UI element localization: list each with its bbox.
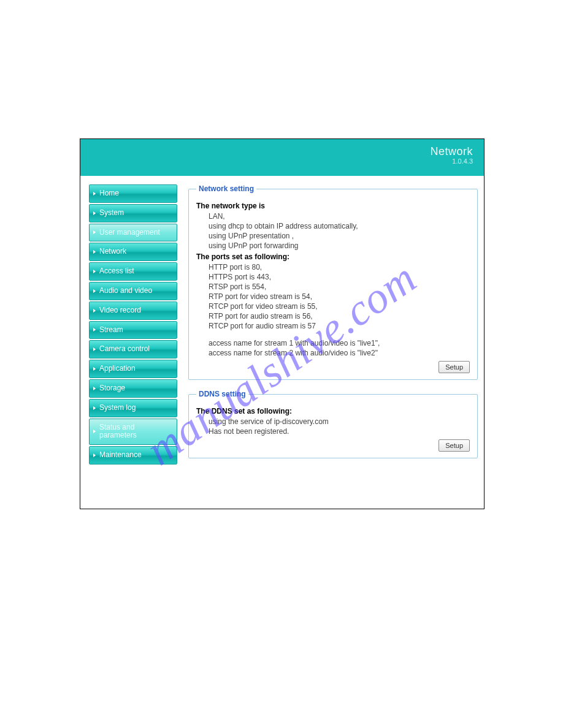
chevron-right-icon (93, 430, 96, 433)
chevron-right-icon (93, 211, 96, 215)
port-line: HTTP port is 80, (209, 263, 470, 271)
port-line: RTP port for video stream is 54, (209, 292, 470, 301)
port-line: RTCP port for audio stream is 57 (209, 322, 470, 330)
page-title: Network (80, 145, 473, 158)
header-banner: Network 1.0.4.3 (80, 139, 484, 176)
chevron-right-icon (93, 230, 96, 234)
network-type-line: LAN, (209, 212, 470, 221)
sidebar-item-audio-and-video[interactable]: Audio and video (89, 282, 177, 300)
chevron-right-icon (93, 192, 96, 195)
ports-heading: The ports set as following: (196, 252, 470, 261)
ddns-setup-button[interactable]: Setup (439, 439, 470, 452)
sidebar-item-label: Access list (99, 267, 172, 276)
sidebar-item-application[interactable]: Application (89, 360, 177, 378)
chevron-right-icon (93, 453, 96, 457)
sidebar-item-access-list[interactable]: Access list (89, 262, 177, 281)
ddns-line: using the service of ip-discovery.com (209, 417, 470, 426)
sidebar-item-label: System log (99, 404, 172, 412)
main-content: Network setting The network type is LAN,… (177, 184, 478, 468)
sidebar-item-label: System (99, 209, 172, 218)
sidebar-item-home[interactable]: Home (89, 184, 177, 203)
sidebar-item-maintenance[interactable]: Maintenance (89, 446, 177, 464)
sidebar-item-network[interactable]: Network (89, 243, 177, 261)
sidebar-item-label: Status and parameters (99, 423, 172, 441)
sidebar-item-user-management[interactable]: User management (89, 224, 177, 242)
chevron-right-icon (93, 250, 96, 254)
sidebar-item-label: Stream (99, 326, 172, 335)
chevron-right-icon (93, 309, 96, 313)
network-setting-legend: Network setting (196, 184, 256, 193)
sidebar-item-label: Home (99, 189, 172, 198)
version-label: 1.0.4.3 (80, 157, 473, 165)
chevron-right-icon (93, 347, 96, 351)
ddns-setting-legend: DDNS setting (196, 390, 248, 398)
chevron-right-icon (93, 367, 96, 371)
sidebar-item-label: Video record (99, 306, 172, 315)
port-line: RTSP port is 554, (209, 282, 470, 291)
port-line: RTCP port for video stream is 55, (209, 302, 470, 311)
chevron-right-icon (93, 387, 96, 390)
ddns-line: Has not been registered. (209, 427, 470, 436)
ddns-setting-panel: DDNS setting The DDNS set as following: … (188, 390, 478, 458)
port-line: HTTPS port is 443, (209, 273, 470, 281)
network-type-line: using UPnP port forwarding (209, 241, 470, 250)
chevron-right-icon (93, 289, 96, 293)
sidebar-item-label: Storage (99, 384, 172, 393)
sidebar-item-label: Maintenance (99, 451, 172, 460)
chevron-right-icon (93, 328, 96, 332)
network-setup-button[interactable]: Setup (439, 361, 470, 373)
port-line: RTP port for audio stream is 56, (209, 312, 470, 320)
chevron-right-icon (93, 270, 96, 273)
sidebar-item-label: Audio and video (99, 287, 172, 295)
network-type-heading: The network type is (196, 202, 470, 210)
sidebar-item-video-record[interactable]: Video record (89, 301, 177, 320)
sidebar-item-system-log[interactable]: System log (89, 399, 177, 417)
sidebar-nav: HomeSystemUser managementNetworkAccess l… (89, 184, 177, 468)
sidebar-item-status-and-parameters[interactable]: Status and parameters (89, 419, 177, 446)
sidebar-item-system[interactable]: System (89, 204, 177, 222)
network-type-line: using dhcp to obtain IP address automati… (209, 222, 470, 230)
access-name-line: access name for stream 1 with audio/vide… (209, 339, 470, 347)
sidebar-item-label: Network (99, 248, 172, 256)
chevron-right-icon (93, 406, 96, 410)
network-setting-panel: Network setting The network type is LAN,… (188, 184, 478, 380)
ddns-heading: The DDNS set as following: (196, 407, 470, 415)
access-name-line: access name for stream 2 with audio/vide… (209, 349, 470, 357)
app-window: Network 1.0.4.3 HomeSystemUser managemen… (80, 138, 484, 509)
sidebar-item-storage[interactable]: Storage (89, 379, 177, 398)
network-type-line: using UPnP presentation , (209, 232, 470, 240)
sidebar-item-label: Camera control (99, 345, 172, 354)
sidebar-item-label: User management (99, 229, 172, 237)
sidebar-item-label: Application (99, 365, 172, 373)
sidebar-item-camera-control[interactable]: Camera control (89, 340, 177, 358)
sidebar-item-stream[interactable]: Stream (89, 321, 177, 339)
